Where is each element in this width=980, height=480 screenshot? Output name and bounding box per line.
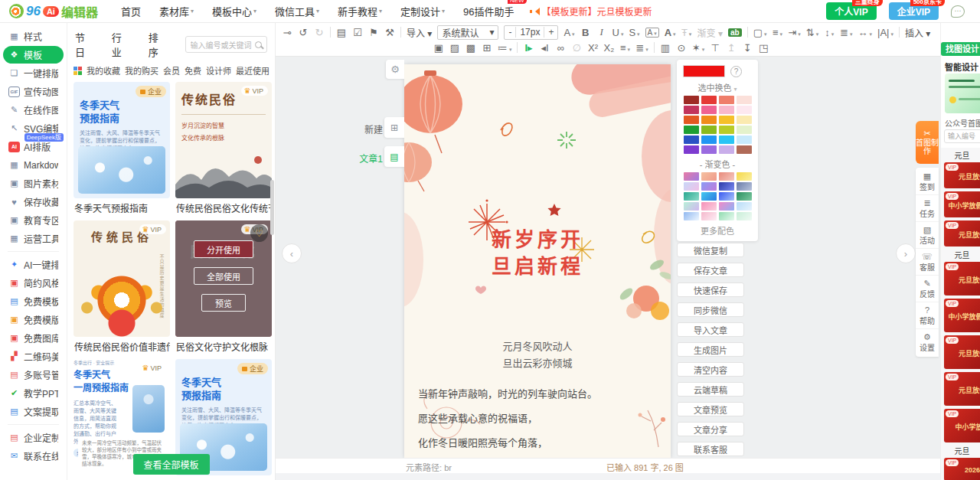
rail-item-设置[interactable]: ⚙设置: [916, 329, 939, 356]
color-swatch[interactable]: [701, 126, 717, 134]
current-color-swatch[interactable]: [683, 65, 725, 77]
template-card-image[interactable]: 传统民俗不只是历史更是生活的温度♛VIP: [74, 220, 170, 337]
underline-icon[interactable]: U ▾: [612, 27, 624, 38]
color-swatch[interactable]: [701, 145, 717, 154]
fullscreen-icon[interactable]: ◳: [758, 42, 769, 54]
undo-icon[interactable]: ↺: [298, 27, 309, 38]
chat-bubble-icon[interactable]: ⋯: [951, 5, 965, 18]
logo[interactable]: 96 Ai 编辑器: [9, 2, 98, 21]
sidebar-item-二维码美化[interactable]: ▞二维码美化: [3, 348, 64, 365]
bg-color-icon[interactable]: A ▾: [645, 28, 659, 38]
sidebar-item-多账号管理[interactable]: ▤多账号管理: [3, 366, 64, 384]
sidebar-item-保存收藏[interactable]: ♥保存收藏: [3, 193, 64, 211]
use-separately-button[interactable]: 分开使用: [194, 240, 253, 258]
template-card[interactable]: 冬季天气预报指南关注雨雪、大风、降温等冬季天气变化，提前掌握出行和保暖要点，让每…: [74, 82, 170, 214]
gradient-swatch[interactable]: [684, 182, 699, 191]
color-swatch[interactable]: [737, 106, 752, 114]
filter-设计师[interactable]: 设计师: [206, 64, 231, 77]
use-all-button[interactable]: 全部使用: [194, 267, 253, 285]
import-button[interactable]: 导入 ▾: [407, 26, 432, 39]
rail-item-签到[interactable]: ▦签到: [916, 168, 939, 195]
document-title[interactable]: 新岁序开旦启新程: [404, 227, 671, 280]
canvas-settings-button[interactable]: ⚙: [386, 60, 404, 79]
sidebar-item-免费模板[interactable]: ▤免费模板: [3, 292, 64, 310]
design-search-input[interactable]: 输入编号: [944, 129, 980, 143]
action-联系客服[interactable]: 联系客服: [677, 442, 744, 456]
find-replace-icon[interactable]: ⊙: [676, 42, 687, 54]
menu-item-首页[interactable]: 首页: [121, 4, 141, 18]
strikethrough-icon[interactable]: S ▾: [629, 27, 639, 38]
highlight-button[interactable]: ab: [728, 28, 742, 37]
gradient-swatch[interactable]: [719, 182, 734, 191]
unordered-list-icon[interactable]: ≣ ▾: [635, 42, 648, 54]
color-swatch[interactable]: [684, 136, 699, 144]
sidebar-item-图片素材[interactable]: ▣图片素材: [3, 175, 64, 192]
template-card[interactable]: 民俗文化分开使用全部使用预览♡♛VIP民俗文化守护文化根脉: [175, 220, 272, 353]
color-swatch[interactable]: [719, 145, 734, 154]
action-云端草稿[interactable]: 云端草稿: [677, 382, 744, 397]
smart-design-preview[interactable]: [945, 73, 980, 113]
font-style-icon[interactable]: A ▾: [665, 27, 676, 38]
color-swatch[interactable]: [684, 126, 699, 134]
color-swatch[interactable]: [701, 96, 717, 104]
sidebar-item-免费模版库[interactable]: ▣免费模版库: [3, 311, 64, 328]
action-保存文章[interactable]: 保存文章: [677, 263, 744, 277]
title-style-icon[interactable]: Ŧ ▾: [681, 27, 692, 38]
action-生成图片[interactable]: 生成图片: [677, 342, 744, 357]
sidebar-item-Markdown[interactable]: ▦Markdown: [3, 156, 64, 174]
color-swatch[interactable]: [737, 116, 752, 124]
table-icon[interactable]: ⊞: [482, 42, 492, 54]
color-swatch[interactable]: [684, 116, 699, 124]
redo-icon[interactable]: ↻: [314, 27, 325, 38]
select-recolor-label[interactable]: 选中换色 ▾: [683, 81, 752, 93]
gradient-swatch[interactable]: [701, 182, 717, 191]
border-icon[interactable]: ▢ ▾: [753, 27, 767, 38]
announcement[interactable]: 【模板更新】元旦模板更新: [530, 5, 652, 18]
width-icon[interactable]: |A| ▾: [877, 27, 893, 38]
document-paragraphs[interactable]: 当新年钟声敲响，时光的列车驶向站台。愿这些承载心意的祝福语，化作冬日暖阳照亮每个…: [418, 386, 657, 458]
action-文章分享[interactable]: 文章分享: [677, 422, 744, 436]
to-top-icon[interactable]: ↥: [726, 42, 737, 54]
gradient-swatch[interactable]: [737, 212, 752, 220]
menu-item-定制设计[interactable]: 定制设计▾: [400, 4, 445, 18]
sidebar-item-简约风格编辑[interactable]: ▣简约风格编辑: [3, 274, 64, 292]
gradient-swatch[interactable]: [719, 172, 734, 181]
filter-我的收藏[interactable]: 我的收藏: [87, 64, 120, 77]
sidebar-item-企业定制插件[interactable]: ▤企业定制插件: [3, 429, 64, 446]
template-card[interactable]: 传统民俗不只是历史更是生活的温度♛VIP传统民俗民俗价值非遗传承: [74, 220, 170, 353]
template-card[interactable]: 传统民俗岁月沉淀的智慧文化传承的根脉♛VIP传统民俗民俗文化传统节庆: [175, 82, 272, 214]
color-swatch[interactable]: [701, 116, 717, 124]
tab-排序[interactable]: 排序: [149, 30, 168, 59]
margin-icon[interactable]: ↕ ▾: [824, 27, 835, 38]
design-template-thumb[interactable]: VIP元旦放假: [944, 262, 980, 296]
menu-item-素材库[interactable]: 素材库▾: [159, 4, 194, 18]
tab-行业[interactable]: 行业: [112, 30, 132, 59]
article-tab-button[interactable]: ▤: [384, 146, 404, 167]
increase-size-button[interactable]: +: [544, 27, 557, 38]
gradient-swatch[interactable]: [737, 182, 752, 191]
paste-icon[interactable]: ▥: [660, 42, 671, 54]
color-swatch[interactable]: [701, 136, 717, 144]
tab-节日[interactable]: 节日: [75, 30, 95, 59]
paragraph-space-icon[interactable]: ≣ ▾: [840, 27, 852, 38]
category-grid-icon[interactable]: [74, 67, 82, 75]
color-swatch[interactable]: [737, 126, 752, 134]
image-icon[interactable]: ▣: [433, 42, 444, 54]
format-transfer-icon[interactable]: ⊸: [282, 27, 292, 38]
menu-item-96插件助手[interactable]: 96插件助手NEW: [463, 4, 514, 18]
design-template-thumb[interactable]: VIP中小学放假通知: [944, 191, 980, 217]
sidebar-item-一键排版[interactable]: ❏一键排版: [3, 64, 64, 82]
design-template-thumb[interactable]: VIP中小学放假: [944, 409, 980, 442]
gradient-swatch[interactable]: [719, 192, 734, 201]
sidebar-item-AI排版[interactable]: AIAI排版DeepSeek版: [3, 138, 64, 155]
align-left-icon[interactable]: ≡ ▾: [772, 27, 782, 38]
action-微信复制[interactable]: 微信复制: [677, 243, 744, 257]
rail-item-任务[interactable]: ≣任务: [916, 195, 939, 222]
insert-button[interactable]: 插入 ▾: [905, 26, 930, 39]
cursor-forward-icon[interactable]: I▸: [523, 42, 534, 54]
indent-icon[interactable]: ⇥ ▾: [788, 27, 800, 38]
color-swatch[interactable]: [737, 96, 752, 104]
personal-vip-button[interactable]: 个人VIP 三重终身: [826, 2, 876, 20]
sidebar-item-宣传动图[interactable]: GIF宣传动图: [3, 83, 64, 100]
filter-我的购买[interactable]: 我的购买: [125, 64, 158, 77]
